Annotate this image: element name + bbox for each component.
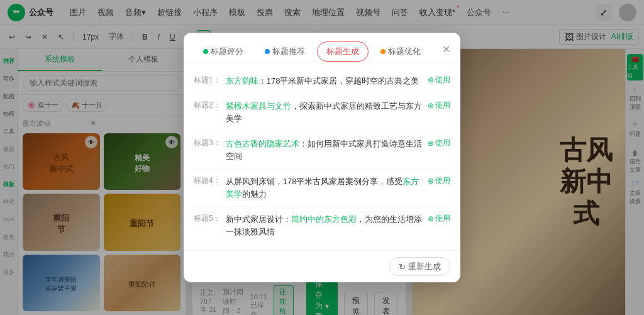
use-btn-1[interactable]: ⊕ 使用 xyxy=(428,75,450,86)
tab-label-generate: 标题生成 xyxy=(326,46,359,57)
modal-tab-optimize[interactable]: 标题优化 xyxy=(371,41,430,62)
tab-dot-recommend xyxy=(265,49,270,54)
use-icon-5: ⊕ xyxy=(428,214,434,223)
regen-icon: ↻ xyxy=(399,262,406,272)
modal-close-button[interactable]: ✕ xyxy=(442,41,450,62)
use-btn-3[interactable]: ⊕ 使用 xyxy=(428,138,450,148)
modal-footer: ↻ 重新生成 xyxy=(184,250,460,282)
title-label-1: 标题1： xyxy=(194,75,221,86)
title-text-1: 东方韵味：178平米新中式家居，穿越时空的古典之美 xyxy=(226,75,423,87)
title-label-3: 标题3： xyxy=(194,138,221,148)
title-highlight-5: 简约中的东方色彩 xyxy=(291,214,357,224)
modal-body: 标题1： 东方韵味：178平米新中式家居，穿越时空的古典之美 ⊕ 使用 标题2：… xyxy=(184,62,460,251)
title-highlight-2: 紫檀木家具与文竹 xyxy=(226,101,291,111)
use-btn-2[interactable]: ⊕ 使用 xyxy=(428,100,450,111)
title-item-5: 标题5： 新中式家居设计：简约中的东方色彩，为您的生活增添一抹淡雅风情 ⊕ 使用 xyxy=(194,207,450,244)
modal-tabs: 标题评分 标题推荐 标题生成 标题优化 ✕ xyxy=(184,33,460,62)
modal-tab-score[interactable]: 标题评分 xyxy=(194,41,253,62)
use-icon-4: ⊕ xyxy=(428,177,434,185)
title-highlight-4: 东方美学 xyxy=(226,177,419,199)
title-item-1: 标题1： 东方韵味：178平米新中式家居，穿越时空的古典之美 ⊕ 使用 xyxy=(194,69,450,94)
title-label-2: 标题2： xyxy=(194,100,221,111)
use-label-3: 使用 xyxy=(435,138,450,148)
title-item-2: 标题2： 紫檀木家具与文竹，探索新中式家居的精致工艺与东方美学 ⊕ 使用 xyxy=(194,94,450,131)
tab-dot-optimize xyxy=(380,49,386,54)
use-btn-4[interactable]: ⊕ 使用 xyxy=(428,175,450,186)
tab-label-score: 标题评分 xyxy=(211,46,243,57)
title-label-4: 标题4： xyxy=(194,175,221,186)
title-highlight-3: 古色古香的隐家艺术 xyxy=(226,139,299,148)
use-label-5: 使用 xyxy=(435,213,450,224)
modal-tab-generate[interactable]: 标题生成 xyxy=(317,41,369,62)
use-label-4: 使用 xyxy=(435,175,450,186)
title-label-5: 标题5： xyxy=(194,213,221,224)
title-text-4: 从屏风到床铺，178平米古风家居案例分享，感受东方美学的魅力 xyxy=(226,175,423,200)
title-item-4: 标题4： 从屏风到床铺，178平米古风家居案例分享，感受东方美学的魅力 ⊕ 使用 xyxy=(194,169,450,207)
tab-dot-score xyxy=(203,49,208,54)
title-text-3: 古色古香的隐家艺术：如何用新中式家具打造诗意生活空间 xyxy=(226,138,423,162)
title-item-3: 标题3： 古色古香的隐家艺术：如何用新中式家具打造诗意生活空间 ⊕ 使用 xyxy=(194,131,450,169)
use-btn-5[interactable]: ⊕ 使用 xyxy=(428,213,450,224)
modal-overlay[interactable]: 标题评分 标题推荐 标题生成 标题优化 ✕ 标题1： 东方韵味：178平米新中式… xyxy=(0,0,644,315)
tab-label-recommend: 标题推荐 xyxy=(272,46,305,57)
title-text-2: 紫檀木家具与文竹，探索新中式家居的精致工艺与东方美学 xyxy=(226,100,423,124)
use-label-2: 使用 xyxy=(435,100,450,111)
modal-tab-recommend[interactable]: 标题推荐 xyxy=(255,41,314,62)
use-icon-2: ⊕ xyxy=(428,101,434,110)
use-icon-1: ⊕ xyxy=(428,75,434,84)
title-text-5: 新中式家居设计：简约中的东方色彩，为您的生活增添一抹淡雅风情 xyxy=(226,213,423,238)
regen-label: 重新生成 xyxy=(408,261,441,272)
regenerate-button[interactable]: ↻ 重新生成 xyxy=(389,257,450,276)
use-label-1: 使用 xyxy=(435,75,450,86)
modal-dialog: 标题评分 标题推荐 标题生成 标题优化 ✕ 标题1： 东方韵味：178平米新中式… xyxy=(184,33,460,283)
tab-label-optimize: 标题优化 xyxy=(388,46,421,57)
title-highlight-1: 东方韵味 xyxy=(226,76,258,86)
use-icon-3: ⊕ xyxy=(428,139,434,148)
